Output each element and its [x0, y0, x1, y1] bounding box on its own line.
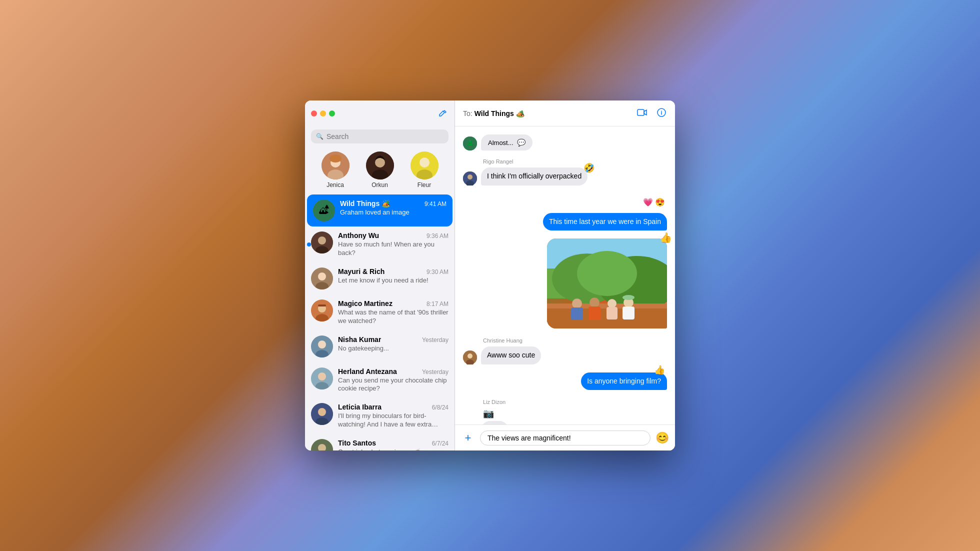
- svg-point-13: [318, 236, 326, 244]
- search-input-wrap[interactable]: 🔍: [311, 130, 448, 144]
- close-button[interactable]: [311, 110, 317, 116]
- bubble-liz: I am!: [481, 421, 508, 424]
- add-attachment-button[interactable]: +: [461, 431, 475, 445]
- conv-time-magico: 8:17 AM: [426, 300, 448, 308]
- conv-name-nisha: Nisha Kumar: [338, 336, 381, 344]
- svg-point-23: [318, 340, 326, 348]
- message-row-liz: 📷 I am!: [463, 408, 667, 424]
- conv-avatar-wild-things: 🏕: [313, 200, 335, 222]
- conv-content-magico: Magico Martinez 8:17 AM What was the nam…: [338, 300, 448, 326]
- svg-point-29: [318, 408, 326, 416]
- conv-time-mayuri: 9:30 AM: [426, 268, 448, 276]
- minimize-button[interactable]: [320, 110, 326, 116]
- svg-text:🏕: 🏕: [319, 204, 329, 216]
- search-bar: 🔍: [305, 126, 454, 148]
- traffic-lights: [311, 110, 335, 116]
- svg-point-8: [420, 158, 430, 168]
- conv-preview-magico: What was the name of that '90s thriller …: [338, 308, 448, 326]
- svg-rect-51: [588, 306, 600, 320]
- input-bar: + 😊: [455, 424, 675, 450]
- emoji-picker-button[interactable]: 😊: [656, 432, 669, 444]
- reaction-heart: 💗: [643, 198, 653, 207]
- pinned-name-fleur: Fleur: [418, 182, 431, 188]
- svg-rect-49: [571, 308, 583, 320]
- msg-avatar-rigo: [463, 172, 477, 186]
- message-row-photo: 👍: [463, 238, 667, 328]
- svg-rect-56: [622, 306, 634, 320]
- conv-name-leticia: Leticia Ibarra: [338, 403, 382, 411]
- pinned-contacts: Jenica Orkun: [305, 148, 454, 194]
- conversation-list: 🏕 Wild Things 🏕️ 9:41 AM Graham loved an…: [305, 194, 454, 450]
- sender-name-rigo: Rigo Rangel: [483, 158, 667, 164]
- plus-icon: +: [465, 432, 472, 444]
- conv-preview-anthony: Have so much fun! When are you back?: [338, 240, 448, 258]
- app-window: 🔍 Jenica: [305, 100, 675, 450]
- chat-header: To: Wild Things 🏕️: [455, 100, 675, 126]
- svg-point-58: [468, 354, 472, 358]
- photo-bubble: [547, 238, 667, 328]
- compose-button[interactable]: [436, 108, 448, 120]
- svg-rect-34: [638, 110, 644, 116]
- conv-item-wild-things[interactable]: 🏕 Wild Things 🏕️ 9:41 AM Graham loved an…: [307, 194, 452, 226]
- liz-emoji: 📷: [483, 408, 508, 419]
- sidebar-titlebar: [305, 100, 454, 126]
- reaction-heart-eyes: 😍: [655, 198, 665, 207]
- conv-avatar-magico: [311, 300, 333, 322]
- conv-content-herland: Herland Antezana Yesterday Can you send …: [338, 368, 448, 394]
- conv-item-leticia[interactable]: Leticia Ibarra 6/8/24 I'll bring my bino…: [305, 398, 454, 434]
- rigo-reaction: 🤣: [584, 162, 594, 174]
- svg-text:🌲: 🌲: [466, 140, 474, 147]
- conv-name-herland: Herland Antezana: [338, 368, 397, 376]
- search-input[interactable]: [326, 132, 444, 140]
- pinned-avatar-fleur: [410, 152, 438, 180]
- conv-name-wild-things: Wild Things 🏕️: [340, 200, 390, 208]
- pinned-item-jenica[interactable]: Jenica: [322, 152, 350, 188]
- info-button[interactable]: [656, 107, 667, 120]
- conv-avatar-leticia: [311, 403, 333, 425]
- svg-rect-21: [318, 304, 326, 306]
- search-icon: 🔍: [316, 133, 324, 140]
- conv-avatar-mayuri: [311, 268, 333, 290]
- svg-point-50: [590, 298, 600, 308]
- conv-item-anthony-wu[interactable]: Anthony Wu 9:36 AM Have so much fun! Whe…: [305, 226, 454, 262]
- conv-time-nisha: Yesterday: [422, 336, 448, 344]
- conv-item-herland[interactable]: Herland Antezana Yesterday Can you send …: [305, 362, 454, 398]
- message-row-film: 👍 Is anyone bringing film?: [463, 372, 667, 390]
- conv-avatar-herland: [311, 368, 333, 390]
- svg-point-3: [330, 154, 342, 162]
- sidebar: 🔍 Jenica: [305, 100, 455, 450]
- conv-name-mayuri: Mayuri & Rich: [338, 268, 384, 276]
- pinned-item-fleur[interactable]: Fleur: [410, 152, 438, 188]
- message-input[interactable]: [480, 430, 650, 446]
- conv-item-nisha[interactable]: Nisha Kumar Yesterday No gatekeeping...: [305, 330, 454, 362]
- msg-avatar-group: 🌲: [463, 136, 477, 150]
- pinned-name-orkun: Orkun: [372, 182, 388, 188]
- conv-name-magico: Magico Martinez: [338, 300, 392, 308]
- conv-item-tito[interactable]: Tito Santos 6/7/24 One triple shot comin…: [305, 434, 454, 450]
- conv-item-magico[interactable]: Magico Martinez 8:17 AM What was the nam…: [305, 294, 454, 330]
- svg-point-55: [622, 295, 634, 300]
- svg-point-48: [572, 298, 582, 308]
- conv-avatar-anthony: [311, 232, 333, 254]
- svg-point-16: [318, 272, 326, 280]
- conv-name-anthony: Anthony Wu: [338, 232, 379, 240]
- film-reaction: 👍: [654, 364, 665, 376]
- message-row-christine: Awww soo cute: [463, 346, 667, 364]
- conv-item-mayuri-rich[interactable]: Mayuri & Rich 9:30 AM Let me know if you…: [305, 262, 454, 294]
- svg-point-45: [577, 251, 637, 296]
- pinned-item-orkun[interactable]: Orkun: [366, 152, 394, 188]
- conv-avatar-tito: [311, 439, 333, 450]
- chat-header-title: To: Wild Things 🏕️: [463, 110, 636, 118]
- to-label: To:: [463, 110, 472, 118]
- conv-preview-tito: One triple shot coming up ☕: [338, 448, 448, 450]
- conv-time-herland: Yesterday: [422, 368, 448, 376]
- message-row-almost: 🌲 Almost... 💬: [463, 134, 667, 150]
- conv-preview-herland: Can you send me your chocolate chip cook…: [338, 376, 448, 394]
- unread-indicator: [307, 242, 311, 246]
- bubble-spain: This time last year we were in Spain: [543, 213, 667, 231]
- almost-emoji: 💬: [517, 138, 526, 146]
- maximize-button[interactable]: [329, 110, 335, 116]
- video-call-button[interactable]: [636, 108, 648, 120]
- conv-preview-wild-things: Graham loved an image: [340, 208, 446, 217]
- conv-content-mayuri: Mayuri & Rich 9:30 AM Let me know if you…: [338, 268, 448, 285]
